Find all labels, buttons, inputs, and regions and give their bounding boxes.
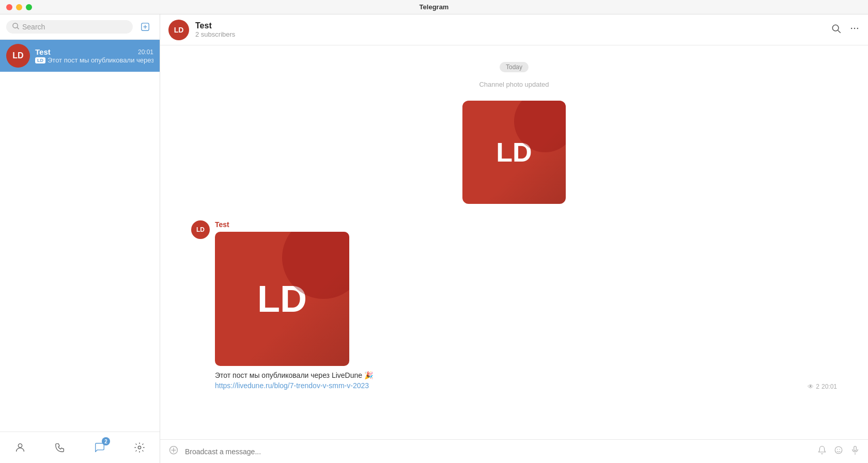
attach-button[interactable] [168, 445, 179, 458]
svg-point-16 [837, 449, 838, 450]
svg-line-1 [17, 27, 19, 29]
post-text: Этот пост мы опубликовали через LiveDune… [215, 370, 802, 381]
chat-name-row: Test 20:01 [35, 47, 153, 56]
more-options-button[interactable] [849, 23, 860, 36]
post-avatar: LD [191, 220, 210, 239]
nav-calls-button[interactable] [50, 437, 70, 458]
maximize-button[interactable] [26, 4, 32, 10]
sidebar-bottom-nav: 2 [0, 432, 160, 463]
chat-header-actions [831, 23, 860, 36]
chat-header-subscribers: 2 subscribers [195, 30, 825, 38]
channel-photo-update: LD [191, 101, 837, 204]
nav-profile-button[interactable] [10, 437, 30, 458]
post-link[interactable]: https://livedune.ru/blog/7-trendov-v-smm… [215, 381, 369, 390]
nav-chats-button[interactable]: 2 [89, 437, 110, 458]
system-message: Channel photo updated [191, 81, 837, 88]
post-time: 20:01 [822, 383, 837, 390]
chat-header-info: Test 2 subscribers [195, 21, 825, 38]
minimize-button[interactable] [16, 4, 22, 10]
sidebar-header: Search [0, 14, 160, 40]
chat-name: Test [35, 47, 51, 56]
app-body: Search LD Test 20:01 LD [0, 14, 868, 463]
svg-point-9 [851, 28, 853, 29]
post-image-text: LD [257, 278, 307, 320]
svg-point-6 [138, 446, 142, 449]
app-title: Telegram [420, 3, 449, 11]
preview-text: Этот пост мы опубликовали через LiveDune… [48, 56, 153, 64]
traffic-lights [6, 4, 32, 10]
chat-header-name: Test [195, 21, 825, 30]
post-meta: 👁 2 20:01 [808, 383, 837, 390]
close-button[interactable] [6, 4, 12, 10]
chat-preview: LD Этот пост мы опубликовали через LiveD… [35, 56, 153, 64]
input-actions [817, 445, 860, 457]
compose-button[interactable] [137, 19, 153, 35]
voice-button[interactable] [850, 445, 860, 457]
svg-point-11 [857, 28, 859, 29]
chat-time: 20:01 [138, 49, 153, 56]
search-icon [12, 23, 19, 31]
post-content: Test LD Этот пост мы опубликовали через … [215, 220, 802, 390]
views-icon: 👁 [808, 383, 814, 390]
svg-point-17 [840, 449, 841, 450]
date-divider: Today [191, 62, 837, 72]
post-sender: Test [215, 220, 802, 229]
search-box[interactable]: Search [6, 20, 133, 34]
date-label: Today [500, 62, 529, 72]
sidebar: Search LD Test 20:01 LD [0, 14, 160, 463]
svg-line-8 [838, 30, 840, 33]
chat-header: LD Test 2 subscribers [160, 14, 868, 45]
emoji-button[interactable] [834, 445, 843, 457]
svg-point-15 [835, 446, 842, 454]
svg-rect-18 [854, 446, 857, 451]
search-placeholder: Search [22, 23, 45, 31]
preview-badge: LD [35, 57, 45, 63]
chats-badge: 2 [102, 437, 110, 445]
chat-header-avatar: LD [168, 20, 189, 40]
svg-point-5 [18, 444, 22, 448]
views-count: 2 [816, 383, 819, 390]
chat-list-item[interactable]: LD Test 20:01 LD Этот пост мы опубликова… [0, 40, 160, 72]
messages-area: Today Channel photo updated LD LD Test L… [160, 45, 868, 439]
channel-photo-text: LD [496, 137, 532, 168]
chat-info: Test 20:01 LD Этот пост мы опубликовали … [35, 47, 153, 64]
svg-point-10 [854, 28, 856, 29]
message-input[interactable] [185, 448, 811, 456]
message-input-area [160, 439, 868, 463]
post-image: LD [215, 232, 349, 366]
titlebar: Telegram [0, 0, 868, 14]
chat-avatar: LD [6, 44, 30, 68]
chat-area: LD Test 2 subscribers [160, 14, 868, 463]
notification-button[interactable] [817, 445, 827, 457]
svg-point-7 [832, 25, 839, 31]
search-messages-button[interactable] [831, 23, 841, 36]
nav-settings-button[interactable] [129, 437, 150, 458]
post-message: LD Test LD Этот пост мы опубликовали чер… [191, 220, 837, 390]
channel-photo-image: LD [462, 101, 566, 204]
